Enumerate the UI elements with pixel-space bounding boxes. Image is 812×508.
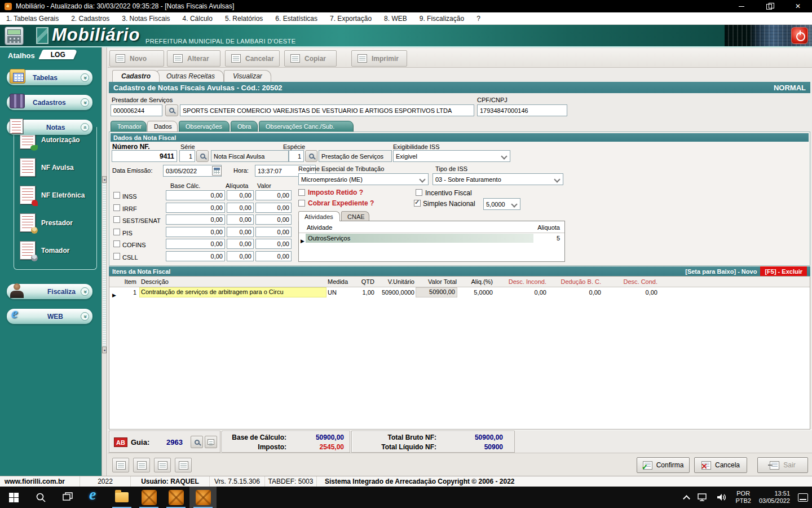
nav-prev-button[interactable] [133,458,150,472]
close-button[interactable] [784,0,812,12]
sair-button[interactable]: Sair [757,457,808,473]
start-button[interactable] [0,487,27,508]
csll-base-field[interactable]: 0,00 [166,251,225,261]
sidebar-group-fiscaliza[interactable]: Fiscaliza [7,284,92,299]
sidebar-tab-atalhos[interactable]: Atalhos [8,51,35,60]
imprimir-button[interactable]: Imprimir [351,50,407,67]
sidebar-item-nf-avulsa[interactable]: NF Avulsa [20,158,74,177]
menu-calculo[interactable]: 4. Cálculo [176,12,219,25]
tray-network[interactable] [693,487,712,508]
tab-observacoes[interactable]: Observações [179,121,230,132]
expand-tabelas-icon[interactable] [81,73,89,82]
inss-base-field[interactable]: 0,00 [166,190,225,200]
csll-valor-field[interactable]: 0,00 [255,251,292,261]
prestador-name-field[interactable]: SPORTS CENTER COMERCIO VAREJISTAS DE VES… [180,104,474,116]
menu-web[interactable]: 8. WEB [378,12,413,25]
copiar-button[interactable]: Copiar [284,50,337,67]
menu-estatisticas[interactable]: 6. Estatísticas [269,12,324,25]
cofins-checkbox[interactable] [113,240,120,247]
pis-checkbox[interactable] [113,229,120,235]
sidebar-group-web[interactable]: WEB [7,309,92,324]
serie-field[interactable]: 1 [179,150,195,162]
tab-obs-canc-sub[interactable]: Observações Canc./Sub. [259,121,354,132]
pis-aliq-field[interactable]: 0,00 [227,227,254,237]
menu-notas-fiscais[interactable]: 3. Notas Fiscais [116,12,176,25]
cofins-valor-field[interactable]: 0,00 [255,239,292,249]
tab-cadastro[interactable]: Cadastro [112,70,160,82]
pis-base-field[interactable]: 0,00 [166,227,225,237]
splitter-collapse-top-icon[interactable] [102,176,107,183]
tray-show-hidden-icons[interactable] [680,487,693,508]
menu-tabelas-gerais[interactable]: 1. Tabelas Gerais [0,12,65,25]
sidebar-tab-log[interactable]: LOG [38,50,78,59]
minimize-button[interactable] [727,0,756,12]
menu-fiscalizacao[interactable]: 9. Fiscalização [413,12,470,25]
incentivo-fiscal-checkbox[interactable] [416,189,422,196]
tray-volume[interactable] [712,487,731,508]
tray-language[interactable]: POR PTB2 [731,487,755,508]
irrf-valor-field[interactable]: 0,00 [255,203,292,213]
nav-next-button[interactable] [154,458,171,472]
restore-button[interactable] [756,0,784,12]
splitter-collapse-bottom-icon[interactable] [102,347,107,353]
menu-cadastros[interactable]: 2. Cadastros [65,12,116,25]
cofins-aliq-field[interactable]: 0,00 [227,239,254,249]
taskbar-fiorilli-app-2[interactable] [162,487,189,508]
especie-field[interactable]: 1 [289,150,304,162]
expand-cadastros-icon[interactable] [81,98,89,107]
cobrar-expediente-checkbox[interactable] [298,200,305,207]
exigibilidade-select[interactable]: Exigivel [393,150,510,162]
calendar-icon[interactable] [212,166,222,176]
sest-base-field[interactable]: 0,00 [166,214,225,225]
taskbar-fiorilli-app-active[interactable] [189,487,217,508]
tab-obra[interactable]: Obra [231,121,258,132]
sidebar-item-nf-eletronica[interactable]: NF Eletrônica [20,186,85,204]
cnpj-field[interactable]: 17934847000146 [477,104,567,116]
irrf-checkbox[interactable] [113,204,120,211]
prestador-search-icon[interactable] [165,104,178,116]
alterar-button[interactable]: Alterar [167,50,220,67]
irrf-aliq-field[interactable]: 0,00 [227,203,254,213]
sest-valor-field[interactable]: 0,00 [255,214,292,225]
nav-last-button[interactable] [175,458,192,472]
sidebar-item-prestador[interactable]: Prestador [20,213,73,232]
sidebar-item-tomador[interactable]: Tomador [20,241,69,260]
tab-cnae[interactable]: CNAE [341,211,369,221]
inss-checkbox[interactable] [113,192,120,199]
sidebar-splitter[interactable] [102,47,107,476]
sest-aliq-field[interactable]: 0,00 [227,214,254,225]
item-row[interactable]: 1 Contratação de serviços de arbitragem … [109,287,810,297]
tray-clock[interactable]: 13:51 03/05/2022 [755,487,794,508]
menu-relatorios[interactable]: 5. Relatórios [219,12,269,25]
tab-visualizar[interactable]: Visualizar [224,70,271,82]
sidebar-group-tabelas[interactable]: Tabelas [7,70,92,85]
nav-first-button[interactable] [112,458,129,472]
tab-dados[interactable]: Dados [147,121,178,132]
simples-nacional-checkbox[interactable] [414,200,421,207]
sidebar-group-notas[interactable]: Notas [7,120,92,135]
menu-exportacao[interactable]: 7. Exportação [324,12,378,25]
sidebar-group-cadastros[interactable]: Cadastros [7,95,92,110]
regime-select[interactable]: Microempresário (ME) [298,173,429,185]
expand-web-icon[interactable] [81,312,89,321]
guia-search-icon[interactable] [191,436,203,448]
especie-search-icon[interactable] [305,150,317,162]
tab-atividades[interactable]: Atividades [298,211,340,221]
confirma-button[interactable]: Confirma [637,457,690,473]
csll-aliq-field[interactable]: 0,00 [227,251,254,261]
pis-valor-field[interactable]: 0,00 [255,227,292,237]
tab-outras-receitas[interactable]: Outras Receitas [157,70,224,82]
taskbar-fiorilli-app-1[interactable] [135,487,162,508]
guia-print-icon[interactable] [205,436,217,448]
sest-senat-checkbox[interactable] [113,216,120,223]
power-exit-button[interactable] [791,27,808,44]
imposto-retido-checkbox[interactable] [298,189,305,196]
csll-checkbox[interactable] [113,253,120,260]
tipo-iss-select[interactable]: 03 - Sobre Faturamento [433,173,563,185]
irrf-base-field[interactable]: 0,00 [166,203,225,213]
splitter-track[interactable] [103,183,106,347]
inss-valor-field[interactable]: 0,00 [255,190,292,200]
simples-aliquota-select[interactable]: 5,0000 [483,198,520,210]
expand-fiscaliza-icon[interactable] [81,287,89,296]
task-view-button[interactable] [54,487,81,508]
